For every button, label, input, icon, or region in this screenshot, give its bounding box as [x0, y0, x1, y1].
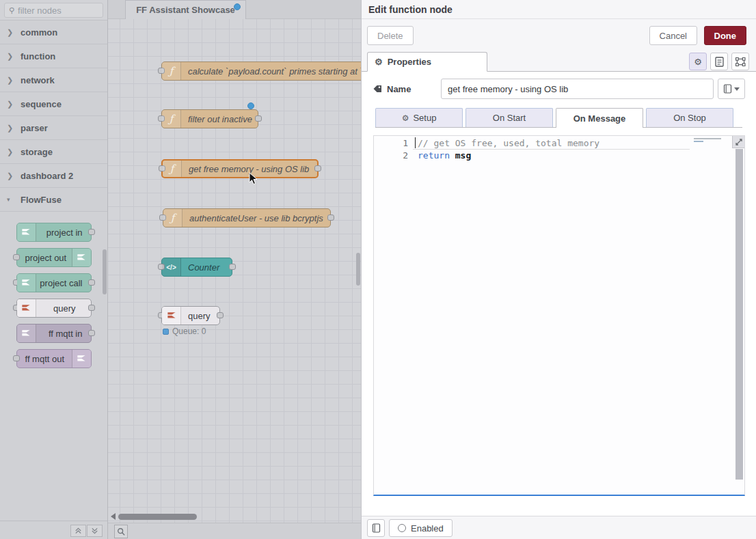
flowfuse-icon — [72, 249, 91, 266]
delete-button[interactable]: Delete — [367, 26, 414, 45]
canvas-vertical-scrollbar[interactable] — [356, 253, 360, 286]
flowfuse-icon — [72, 350, 91, 368]
function-icon: ƒ — [162, 62, 181, 80]
flowfuse-icon — [162, 307, 181, 324]
expand-all-button[interactable] — [87, 525, 103, 537]
category-label: FlowFuse — [21, 195, 62, 205]
status-indicator — [163, 329, 169, 335]
tab-on-stop[interactable]: On Stop — [646, 108, 733, 127]
palette-category-parser[interactable]: ❯parser — [0, 116, 107, 140]
chevron-right-icon: ❯ — [7, 52, 16, 61]
code-editor[interactable]: 1 2 // get OS free, used, total memory r… — [373, 135, 745, 496]
flow-canvas[interactable]: FF Assistant Showcase ƒ calculate `paylo… — [108, 0, 361, 539]
enabled-toggle-button[interactable]: Enabled — [389, 519, 453, 537]
tag-icon — [373, 84, 382, 94]
palette-node-ff-mqtt-out[interactable]: ff mqtt out — [16, 349, 92, 368]
node-info-button[interactable] — [367, 519, 385, 537]
tab-properties[interactable]: ⚙ Properties — [367, 52, 487, 72]
node-status: Queue: 0 — [163, 327, 206, 336]
zoom-search-button[interactable] — [114, 525, 128, 538]
done-button[interactable]: Done — [704, 26, 747, 45]
dialog-body: Name ⚙Setup On Start On Message On Stop … — [362, 72, 756, 516]
tab-label: FF Assistant Showcase — [136, 5, 235, 15]
collapse-all-button[interactable] — [70, 525, 86, 537]
chevron-right-icon: ❯ — [7, 148, 16, 156]
appearance-icon-button[interactable] — [731, 53, 749, 70]
workspace-tabbar: FF Assistant Showcase — [108, 0, 361, 19]
scrollbar-thumb[interactable] — [118, 514, 197, 520]
palette-node-ff-mqtt-in[interactable]: ff mqtt in — [16, 324, 92, 343]
gear-icon: ⚙ — [402, 113, 409, 123]
palette-footer — [0, 521, 107, 539]
node-counter[interactable]: </> Counter — [161, 258, 232, 277]
name-input[interactable] — [441, 79, 714, 99]
tab-on-start[interactable]: On Start — [465, 108, 553, 127]
line-number: 1 — [374, 137, 408, 150]
appearance-icon — [735, 57, 746, 66]
scroll-left-icon[interactable] — [111, 513, 116, 520]
output-port[interactable] — [88, 330, 95, 336]
palette-category-flowfuse[interactable]: ▾FlowFuse — [0, 188, 107, 212]
text-caret — [415, 137, 416, 148]
changed-dot — [247, 102, 254, 109]
node-label: filter out inactive — [188, 110, 252, 128]
editor-scrollbar[interactable] — [735, 149, 743, 480]
chevron-right-icon: ❯ — [7, 28, 16, 37]
palette-node-project-out[interactable]: project out — [16, 248, 92, 267]
properties-icon-button[interactable]: ⚙ — [689, 53, 707, 70]
output-port[interactable] — [217, 312, 224, 318]
chevron-right-icon: ❯ — [7, 124, 16, 133]
tab-on-message[interactable]: On Message — [556, 108, 643, 128]
palette-category-dashboard2[interactable]: ❯dashboard 2 — [0, 164, 107, 188]
description-icon-button[interactable] — [710, 53, 728, 70]
expand-editor-button[interactable] — [732, 136, 744, 148]
palette-category-sequence[interactable]: ❯sequence — [0, 92, 107, 116]
line-number: 2 — [374, 150, 408, 162]
category-label: function — [21, 51, 55, 61]
cancel-button[interactable]: Cancel — [649, 26, 697, 45]
output-port[interactable] — [314, 165, 321, 171]
palette-node-project-in[interactable]: project in — [16, 223, 92, 242]
palette-search[interactable]: ⚲ — [4, 3, 103, 18]
canvas-horizontal-scrollbar[interactable] — [111, 512, 354, 521]
search-icon: ⚲ — [9, 6, 14, 15]
palette-node-project-call[interactable]: project call — [16, 273, 92, 292]
circle-icon — [398, 524, 406, 532]
palette-scrollbar[interactable] — [103, 249, 107, 294]
category-label: sequence — [21, 99, 62, 109]
output-port[interactable] — [88, 305, 95, 311]
name-label: Name — [373, 84, 441, 94]
node-label: authenticateUser - use lib bcryptjs — [189, 209, 325, 227]
chevron-right-icon: ❯ — [7, 171, 16, 180]
tab-setup[interactable]: ⚙Setup — [375, 108, 463, 127]
palette-category-common[interactable]: ❯common — [0, 20, 107, 44]
palette-node-label: query — [53, 299, 76, 317]
input-port[interactable] — [13, 355, 20, 361]
output-port[interactable] — [255, 115, 262, 122]
tab-ff-assistant-showcase[interactable]: FF Assistant Showcase — [125, 0, 246, 19]
enabled-label: Enabled — [411, 523, 444, 534]
output-port[interactable] — [327, 215, 334, 221]
node-authenticate-user[interactable]: ƒ authenticateUser - use lib bcryptjs — [163, 208, 331, 227]
workspace-grid[interactable]: ƒ calculate `payload.count` primes start… — [108, 19, 361, 523]
input-port[interactable] — [13, 254, 20, 260]
library-button[interactable] — [718, 79, 745, 99]
palette-node-query[interactable]: query — [16, 299, 92, 318]
node-query[interactable]: query — [161, 306, 220, 325]
palette-category-network[interactable]: ❯network — [0, 68, 107, 92]
template-icon: </> — [162, 258, 181, 276]
node-get-free-memory[interactable]: ƒ get free memory - using OS lib — [161, 159, 319, 178]
edit-function-node-dialog: Edit function node Delete Cancel Done ⚙ … — [361, 0, 756, 539]
editor-minimap — [694, 138, 729, 146]
output-port[interactable] — [229, 264, 236, 270]
output-port[interactable] — [88, 229, 95, 235]
node-calculate-primes[interactable]: ƒ calculate `payload.count` primes start… — [161, 61, 361, 81]
node-label: query — [188, 307, 214, 324]
output-port[interactable] — [88, 279, 95, 286]
flowfuse-node-list: project in project out project call quer… — [0, 212, 107, 368]
palette-category-function[interactable]: ❯function — [0, 44, 107, 68]
flowfuse-icon — [17, 324, 36, 342]
filter-nodes-input[interactable] — [18, 5, 93, 16]
node-filter-out-inactive[interactable]: ƒ filter out inactive — [161, 109, 258, 128]
palette-category-storage[interactable]: ❯storage — [0, 140, 107, 164]
